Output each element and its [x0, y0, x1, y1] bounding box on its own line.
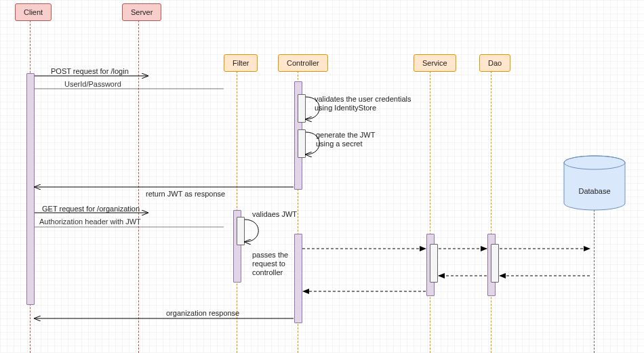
arrows-layer [0, 0, 644, 353]
participant-controller[interactable]: Controller [278, 54, 328, 72]
database-shape [0, 0, 644, 353]
msg-pass-b: request to [252, 259, 285, 268]
participant-client[interactable]: Client [15, 3, 52, 21]
msg-pass-a: passes the [252, 251, 288, 259]
participant-dao[interactable]: Dao [479, 54, 510, 72]
participant-filter[interactable]: Filter [224, 54, 258, 72]
self-activation-controller-2 [298, 129, 306, 158]
msg-jwt-1a: generate the JWT [316, 131, 375, 139]
participant-service[interactable]: Service [414, 54, 456, 72]
activation-controller-2 [294, 234, 302, 323]
self-activation-service [430, 244, 438, 283]
lifeline-dao [491, 71, 491, 353]
sequence-diagram: Client Server Filter Controller Service … [0, 0, 644, 353]
msg-org-response: organization response [166, 309, 239, 317]
label-database: Database [564, 187, 625, 195]
participant-server[interactable]: Server [122, 3, 161, 21]
activation-client [26, 73, 35, 305]
msg-pass-c: controller [252, 268, 283, 276]
self-activation-controller-1 [298, 94, 306, 123]
lifeline-service [430, 71, 430, 353]
msg-jwt-1b: using a secret [316, 140, 362, 148]
msg-login-sub: UserId/Password [64, 80, 121, 88]
lifeline-database [594, 169, 595, 353]
self-activation-dao [491, 244, 499, 283]
msg-validate-1b: using IdentityStore [315, 104, 376, 112]
self-activation-filter [237, 217, 245, 245]
msg-get-org-sub: Authorization header with JWT [39, 217, 141, 226]
msg-validate-1a: validates the user credentials [315, 95, 411, 103]
msg-return-jwt: return JWT as response [146, 190, 225, 198]
msg-get-org: GET request for /organization [42, 205, 140, 213]
lifeline-server [138, 17, 139, 353]
svg-point-1 [564, 156, 625, 169]
msg-validate-jwt: validaes JWT [252, 210, 297, 218]
msg-login: POST request for /login [51, 67, 129, 75]
svg-point-0 [564, 156, 625, 169]
